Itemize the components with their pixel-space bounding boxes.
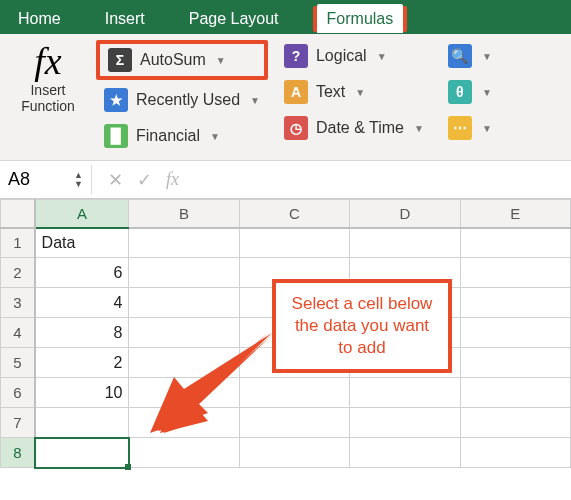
cell[interactable]: 6 — [35, 258, 129, 288]
row-header[interactable]: 8 — [1, 438, 35, 468]
datetime-button[interactable]: ◷ Date & Time ▼ — [276, 112, 432, 144]
more-button[interactable]: ⋯ ▼ — [440, 112, 500, 144]
fx-icon[interactable]: fx — [166, 169, 179, 190]
recently-used-button[interactable]: ★ Recently Used ▼ — [96, 84, 268, 116]
chevron-down-icon: ▼ — [216, 55, 226, 66]
svg-marker-3 — [150, 333, 272, 433]
cell[interactable] — [239, 228, 349, 258]
chevron-down-icon: ▼ — [377, 51, 387, 62]
tab-home[interactable]: Home — [8, 4, 71, 34]
accept-icon[interactable]: ✓ — [137, 169, 152, 191]
cell[interactable] — [460, 438, 570, 468]
callout-instruction: Select a cell below the data you want to… — [272, 279, 452, 373]
highlight-autosum: Σ AutoSum ▼ — [96, 40, 268, 80]
col-header-b[interactable]: B — [129, 200, 239, 228]
cell[interactable] — [460, 378, 570, 408]
table-row: 7 — [1, 408, 571, 438]
arrow-annotation — [140, 327, 280, 437]
cell[interactable] — [35, 438, 129, 468]
insert-function-label: Insert Function — [21, 82, 75, 114]
chevron-down-icon: ▼ — [482, 123, 492, 134]
ribbon-col-1: Σ AutoSum ▼ ★ Recently Used ▼ ▉ Financia… — [96, 40, 268, 152]
clock-icon: ◷ — [284, 116, 308, 140]
col-header-a[interactable]: A — [35, 200, 129, 228]
formula-bar: A8 ▲▼ ✕ ✓ fx — [0, 161, 571, 199]
cell[interactable] — [350, 438, 460, 468]
cell[interactable] — [35, 408, 129, 438]
question-icon: ? — [284, 44, 308, 68]
name-box-stepper[interactable]: ▲▼ — [74, 171, 83, 189]
fx-icon: fx — [28, 40, 67, 80]
logical-button[interactable]: ? Logical ▼ — [276, 40, 432, 72]
col-header-c[interactable]: C — [239, 200, 349, 228]
row-header[interactable]: 7 — [1, 408, 35, 438]
cell[interactable] — [460, 288, 570, 318]
chevron-down-icon: ▼ — [482, 51, 492, 62]
formula-controls: ✕ ✓ fx — [92, 169, 195, 191]
cell[interactable]: 4 — [35, 288, 129, 318]
sigma-icon: Σ — [108, 48, 132, 72]
cell[interactable] — [129, 228, 239, 258]
lookup-button[interactable]: 🔍 ▼ — [440, 40, 500, 72]
cell[interactable] — [350, 228, 460, 258]
table-row: 610 — [1, 378, 571, 408]
cell[interactable] — [129, 288, 239, 318]
cell[interactable] — [460, 408, 570, 438]
cell[interactable] — [460, 348, 570, 378]
chevron-down-icon: ▼ — [210, 131, 220, 142]
tab-bar: Home Insert Page Layout Formulas — [0, 0, 571, 34]
more-icon: ⋯ — [448, 116, 472, 140]
cell[interactable] — [239, 438, 349, 468]
cancel-icon[interactable]: ✕ — [108, 169, 123, 191]
highlight-formulas-tab: Formulas — [313, 6, 408, 32]
logical-label: Logical — [316, 47, 367, 65]
col-header-d[interactable]: D — [350, 200, 460, 228]
text-label: Text — [316, 83, 345, 101]
cell[interactable] — [129, 258, 239, 288]
autosum-button[interactable]: Σ AutoSum ▼ — [100, 44, 264, 76]
financial-label: Financial — [136, 127, 200, 145]
formula-input[interactable] — [195, 176, 571, 184]
math-button[interactable]: θ ▼ — [440, 76, 500, 108]
financial-button[interactable]: ▉ Financial ▼ — [96, 120, 268, 152]
chevron-down-icon: ▼ — [414, 123, 424, 134]
tab-page-layout[interactable]: Page Layout — [179, 4, 289, 34]
cell[interactable] — [460, 258, 570, 288]
row-header[interactable]: 1 — [1, 228, 35, 258]
theta-icon: θ — [448, 80, 472, 104]
col-header-e[interactable]: E — [460, 200, 570, 228]
ribbon: fx Insert Function Σ AutoSum ▼ ★ Recentl… — [0, 34, 571, 161]
spreadsheet-grid: A B C D E 1Data2634485261078 Select a ce… — [0, 199, 571, 468]
cell[interactable]: 8 — [35, 318, 129, 348]
cell[interactable]: 10 — [35, 378, 129, 408]
column-header-row: A B C D E — [1, 200, 571, 228]
row-header[interactable]: 2 — [1, 258, 35, 288]
row-header[interactable]: 3 — [1, 288, 35, 318]
name-box-value: A8 — [8, 169, 30, 190]
letter-a-icon: A — [284, 80, 308, 104]
recently-used-label: Recently Used — [136, 91, 240, 109]
text-button[interactable]: A Text ▼ — [276, 76, 432, 108]
row-header[interactable]: 6 — [1, 378, 35, 408]
cell[interactable] — [460, 318, 570, 348]
chevron-down-icon: ▼ — [250, 95, 260, 106]
cell[interactable] — [129, 438, 239, 468]
datetime-label: Date & Time — [316, 119, 404, 137]
insert-function-group[interactable]: fx Insert Function — [8, 40, 88, 152]
chevron-down-icon: ▼ — [355, 87, 365, 98]
cell[interactable] — [350, 378, 460, 408]
cell[interactable] — [460, 228, 570, 258]
row-header[interactable]: 5 — [1, 348, 35, 378]
autosum-label: AutoSum — [140, 51, 206, 69]
cell[interactable]: Data — [35, 228, 129, 258]
star-icon: ★ — [104, 88, 128, 112]
tab-insert[interactable]: Insert — [95, 4, 155, 34]
row-header[interactable]: 4 — [1, 318, 35, 348]
tab-formulas[interactable]: Formulas — [317, 4, 404, 33]
cell[interactable] — [350, 408, 460, 438]
table-row: 1Data — [1, 228, 571, 258]
cell[interactable]: 2 — [35, 348, 129, 378]
name-box[interactable]: A8 ▲▼ — [0, 165, 92, 194]
select-all-corner[interactable] — [1, 200, 35, 228]
search-icon: 🔍 — [448, 44, 472, 68]
